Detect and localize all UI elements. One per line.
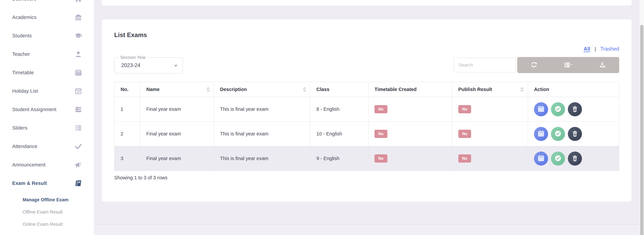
sidebar-item-label: Attendance [12,144,38,149]
calendar-icon [537,130,545,138]
sidebar-item-sliders[interactable]: Sliders [0,119,94,137]
sidebar-item-label: Announcement [12,162,46,168]
footer-band [94,224,639,235]
sidebar-item-attendance[interactable]: Attendance [0,137,94,156]
table-toolbar [517,57,619,73]
sidebar-item-teacher[interactable]: Teacher [0,45,94,63]
session-year-value: 2023-24 [121,58,140,73]
sort-icon[interactable] [206,87,210,92]
sidebar-item-label: Timetable [12,70,34,75]
sidebar-item-label: Exam & Result [12,181,47,186]
book-icon [74,179,82,187]
sort-icon[interactable] [303,87,306,92]
sidebar-item-label: Dashboard [12,0,36,2]
col-header-name[interactable]: Name [140,82,214,97]
columns-icon [564,61,572,69]
view-filters: All | Trashed [584,46,619,52]
sidebar-item-dashboard[interactable]: Dashboard [0,0,94,8]
col-header-action: Action [528,82,619,97]
delete-button[interactable] [568,127,582,141]
delete-button[interactable] [568,152,582,166]
cell-actions [528,122,619,146]
sidebar-item-student-assignment[interactable]: Student Assignment [0,100,94,119]
sidebar-item-holiday-list[interactable]: Holiday List [0,82,94,100]
sidebar-item-students[interactable]: Students [0,26,94,45]
filter-all-link[interactable]: All [584,46,590,52]
export-button[interactable] [585,57,619,73]
cell-actions [528,97,619,122]
publish-result-button[interactable] [551,152,565,166]
check-circle-icon [554,155,562,162]
session-year-select[interactable]: Session Year 2023-24 [114,57,183,73]
check-icon [74,143,82,150]
filter-trashed-link[interactable]: Trashed [600,46,619,52]
filter-separator: | [595,46,596,52]
home-icon [74,0,82,3]
table-row: 2 Final year exam This is final year exa… [114,122,619,146]
previous-card-bottom [102,0,632,5]
cell-timetable-created: No [368,97,452,122]
sidebar-item-exam-result[interactable]: Exam & Result [0,174,94,193]
export-icon [599,61,606,69]
delete-button[interactable] [568,102,582,116]
submenu-item-label: Offline Exam Result [23,210,62,215]
calendar-icon [74,69,82,76]
col-header-timetable-created: Timetable Created [368,82,452,97]
sidebar-subitem-offline-exam-result[interactable]: Offline Exam Result [0,206,94,218]
cell-class: 9 - English [310,146,368,171]
col-header-class: Class [310,82,368,97]
status-badge: No [458,105,471,113]
trash-icon [571,105,578,113]
sidebar-item-label: Students [12,33,32,38]
cell-no: 2 [114,122,140,146]
timetable-button[interactable] [534,152,548,166]
search-input[interactable] [454,58,516,72]
sidebar-nav: Dashboard Academics Students Teacher Tim [0,0,94,231]
sidebar-item-announcement[interactable]: Announcement [0,156,94,174]
cell-class: 10 - English [310,122,368,146]
cell-description: This is final year exam [214,97,310,122]
user-icon [74,50,82,58]
sidebar-item-academics[interactable]: Academics [0,8,94,26]
cell-name: Final year exam [140,122,214,146]
scrollbar-thumb[interactable] [640,25,644,235]
sidebar-item-label: Teacher [12,51,30,57]
page-title: List Exams [114,31,147,38]
col-header-description[interactable]: Description [214,82,310,97]
calendar-icon [537,105,545,113]
status-badge: No [374,154,388,163]
trash-icon [571,130,578,138]
sidebar: Dashboard Academics Students Teacher Tim [0,0,94,235]
submenu-item-label: Online Exam Result [23,222,63,227]
refresh-button[interactable] [517,57,551,73]
bank-icon [74,13,82,21]
page-scrollbar[interactable] [639,0,644,235]
timetable-button[interactable] [534,127,548,141]
columns-dropdown-button[interactable] [551,57,585,73]
cell-name: Final year exam [140,146,214,171]
cell-name: Final year exam [140,97,214,122]
timetable-button[interactable] [534,102,548,116]
col-header-publish-result[interactable]: Publish Result [452,82,528,97]
pagination-summary: Showing 1 to 3 of 3 rows [114,175,168,181]
list-lines-icon [74,106,82,113]
cell-class: 8 - English [310,97,368,122]
sidebar-item-label: Student Assignment [12,107,56,112]
sidebar-item-label: Holiday List [12,88,38,94]
sidebar-subitem-online-exam-result[interactable]: Online Exam Result [0,218,94,231]
exams-table: No. Name Description Class Timetable Cre… [114,82,619,171]
publish-result-button[interactable] [551,127,565,141]
cell-description: This is final year exam [214,122,310,146]
status-badge: No [374,105,388,113]
calendar-check-icon [74,87,82,95]
cell-timetable-created: No [368,146,452,171]
graduation-cap-icon [74,32,82,39]
sidebar-subitem-manage-offline-exam[interactable]: Manage Offline Exam [0,194,94,206]
sidebar-item-timetable[interactable]: Timetable [0,63,94,82]
cell-no: 3 [114,146,140,171]
sort-icon[interactable] [520,87,524,92]
cell-actions [528,146,619,171]
exam-result-submenu: Manage Offline Exam Offline Exam Result … [0,194,94,231]
sidebar-item-label: Academics [12,14,36,20]
publish-result-button[interactable] [551,102,565,116]
